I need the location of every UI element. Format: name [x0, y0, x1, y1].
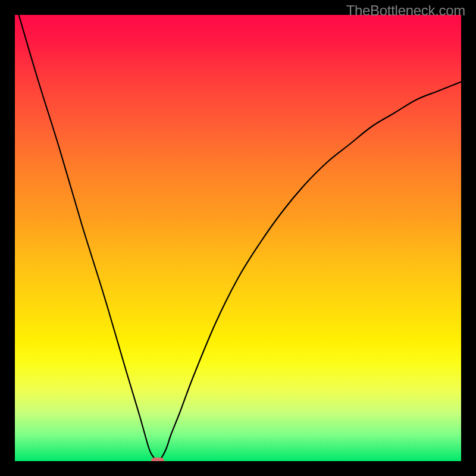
minimum-marker — [151, 458, 164, 461]
plot-area — [15, 15, 461, 461]
bottleneck-curve-path — [15, 15, 461, 461]
chart-frame: TheBottleneck.com — [0, 0, 476, 476]
watermark-text: TheBottleneck.com — [346, 2, 465, 19]
curve-svg — [15, 15, 461, 461]
